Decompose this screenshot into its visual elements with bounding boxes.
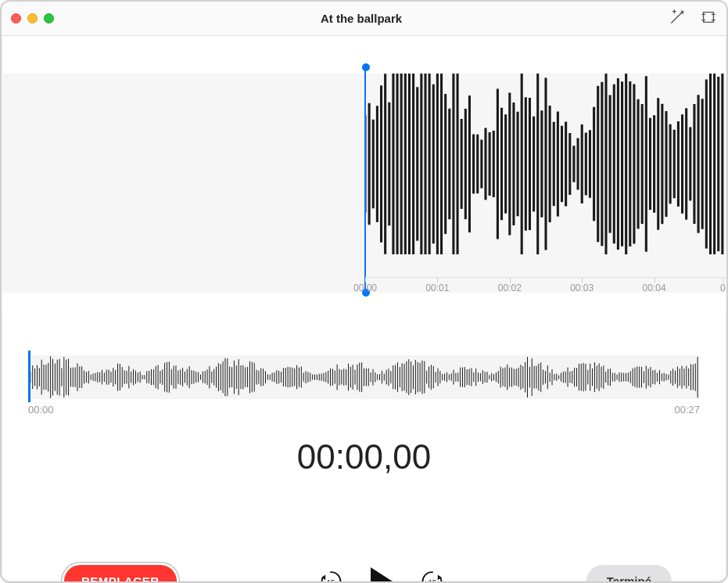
replace-button[interactable]: REMPLACER (64, 565, 177, 583)
app-window: At the ballpark 00:00 00:01 00:02 0 (0, 0, 728, 583)
minimize-window-button[interactable] (27, 13, 38, 23)
ruler-tick: 00:03 (570, 283, 594, 293)
overview-playhead[interactable] (28, 351, 30, 402)
ruler-tick: 00:01 (425, 283, 449, 293)
titlebar-actions (669, 9, 717, 29)
main-waveform (365, 74, 726, 254)
trim-icon[interactable] (700, 9, 717, 29)
overview-end-time: 00:27 (674, 404, 700, 416)
ruler-tick: 00:00 (353, 283, 377, 293)
titlebar: At the ballpark (2, 2, 726, 36)
overview-waveform[interactable] (28, 355, 700, 399)
close-window-button[interactable] (11, 13, 21, 23)
time-ruler: 00:00 00:01 00:02 00:03 00:04 0 (365, 277, 726, 308)
enhance-icon[interactable] (669, 9, 686, 29)
ruler-tick: 00:04 (643, 283, 666, 293)
done-button[interactable]: Terminé (586, 565, 672, 583)
skip-back-15-icon[interactable]: 15 (317, 568, 344, 584)
overview-time-labels: 00:00 00:27 (28, 404, 700, 416)
overview-waveform-svg (28, 355, 700, 399)
skip-forward-seconds-label: 15 (428, 578, 436, 583)
overview-start-time: 00:00 (28, 404, 54, 416)
transport-controls: 15 15 (317, 567, 446, 584)
skip-back-seconds-label: 15 (326, 578, 334, 583)
maximize-window-button[interactable] (44, 13, 54, 23)
main-waveform-area[interactable]: 00:00 00:01 00:02 00:03 00:04 0 (2, 74, 726, 308)
playhead-line (364, 67, 366, 293)
ruler-tick: 0 (720, 283, 726, 293)
playhead-handle-top[interactable] (362, 63, 370, 71)
ruler-tick: 00:02 (498, 283, 522, 293)
svg-rect-0 (704, 12, 714, 22)
window-controls (11, 13, 54, 23)
play-icon[interactable] (371, 567, 393, 584)
time-display: 00:00,00 (2, 437, 726, 477)
window-title: At the ballpark (54, 12, 669, 25)
skip-forward-15-icon[interactable]: 15 (419, 568, 446, 584)
